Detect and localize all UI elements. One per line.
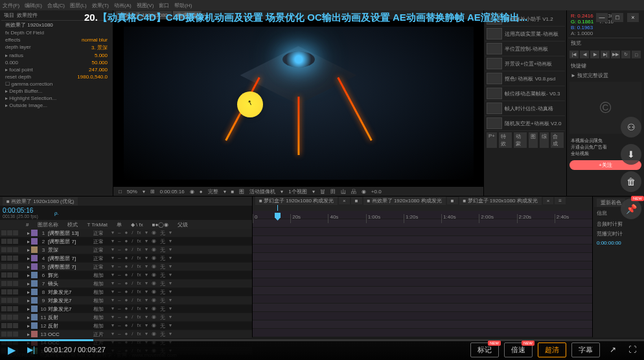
delete-button[interactable]: 🗑 <box>621 171 641 192</box>
window-close-button[interactable]: × <box>627 13 639 22</box>
layer-row[interactable]: ▸8对象发光7相加▾–●/fx▾◉无▾ <box>0 288 252 296</box>
progress-bar[interactable] <box>0 339 644 341</box>
viewport-control[interactable]: 图 <box>239 188 244 195</box>
transport-button[interactable]: ◀ <box>580 51 589 58</box>
viewport-control[interactable]: 完整 <box>208 188 218 195</box>
transport-button[interactable]: ↻ <box>621 51 630 58</box>
transport-button[interactable]: ▶| <box>601 51 610 58</box>
library-item[interactable]: 运用高级实景菜-动画板 <box>485 27 565 42</box>
track-row[interactable] <box>253 261 592 270</box>
property-row[interactable]: effectsnormal blur <box>1 36 111 43</box>
layer-row[interactable]: ▸4[调整图层 7]正常▾–●/fx▾◉无▾ <box>0 254 252 263</box>
layer-row[interactable]: ▸3景深正常▾–●/fx▾◉无▾ <box>0 246 252 254</box>
property-row[interactable]: ☐ gamma correction <box>1 80 111 88</box>
property-row[interactable]: reset depth1980.0,540.0 <box>1 73 111 80</box>
layer-row[interactable]: ▸2[调整图层 7]正常▾–●/fx▾◉无▾ <box>0 237 252 246</box>
track-row[interactable] <box>253 329 592 337</box>
property-row[interactable]: ▸ Highlight Selection... <box>1 95 111 102</box>
library-footer-btn[interactable]: P+ <box>487 132 497 148</box>
preview-settings[interactable]: ► 预览完整设置 <box>568 71 643 80</box>
transport-button[interactable]: ▶ <box>590 51 599 58</box>
player-chip-字幕[interactable]: 字幕 <box>571 342 600 357</box>
search-field[interactable]: ρ. <box>54 210 249 216</box>
library-item[interactable]: 随机灰空差+动画板 V2.0 <box>485 116 565 131</box>
property-row[interactable]: ▸ Depth Buffer... <box>1 88 111 95</box>
viewport-control[interactable]: ▾ <box>281 189 283 195</box>
library-item[interactable]: 帧位移动态菜帧板- V0.3 <box>485 86 565 101</box>
property-row[interactable]: ▸ Outside Image... <box>1 102 111 109</box>
layer-row[interactable]: ▸5[调整图层 7]正常▾–●/fx▾◉无▾ <box>0 263 252 271</box>
library-item[interactable]: 帧人时计估位-动真格 <box>485 101 565 116</box>
viewport-control[interactable]: □ <box>119 189 122 195</box>
library-item[interactable]: 抠色! 动画板 V0.8.psd <box>485 71 565 86</box>
fullscreen-button[interactable]: ⛶ <box>626 343 639 356</box>
menu-help[interactable]: 帮助(H) <box>174 2 192 9</box>
library-footer-btn[interactable]: 动蒙 <box>514 132 527 148</box>
layer-row[interactable]: ▸10对象发光7相加▾–●/fx▾◉无▾ <box>0 305 252 313</box>
track-row[interactable] <box>253 228 592 236</box>
menu-window[interactable]: 窗口 <box>159 2 169 9</box>
library-footer-btn[interactable]: 图 <box>529 132 538 148</box>
layer-row[interactable]: ▸7镜头相加▾–●/fx▾◉无▾ <box>0 280 252 288</box>
viewport-control[interactable]: 山 <box>341 188 346 195</box>
timeline-tracks[interactable]: ■ 梦幻盒子 1920x1080 构成发光×■■ 画效果了 1920x1080 … <box>253 197 592 337</box>
library-footer-btn[interactable]: 合成 <box>551 132 564 148</box>
menu-layer[interactable]: 图层(L) <box>70 2 87 9</box>
viewport-control[interactable]: ▾ <box>312 189 315 195</box>
timeline-tab[interactable]: ■ <box>351 197 362 204</box>
menu-comp[interactable]: 合成(C) <box>47 2 65 9</box>
player-chip-超清[interactable]: 超清 <box>538 342 566 357</box>
timeline-tab[interactable]: ■ 画效果了 1920x1080 (优化) <box>3 197 78 206</box>
track-row[interactable] <box>253 270 592 278</box>
track-row[interactable] <box>253 295 592 304</box>
menu-view[interactable]: 视图(V) <box>137 2 154 9</box>
layer-row[interactable]: ▸12反射相加▾–●/fx▾◉无▾ <box>0 322 252 330</box>
tab-effect-controls[interactable]: 效果控件 <box>17 12 38 20</box>
layer-row[interactable]: ▸11反射相加▾–●/fx▾◉无▾ <box>0 313 252 322</box>
timeline-tab[interactable]: ■ <box>447 197 458 204</box>
track-row[interactable] <box>253 287 592 295</box>
layer-row[interactable]: ▸13OCC正片▾–●/fx▾◉无▾ <box>0 330 252 339</box>
property-row[interactable]: 0.00050.000 <box>1 59 111 66</box>
menu-effect[interactable]: 效果(T) <box>92 2 109 9</box>
download-button[interactable]: ⬇ <box>621 144 641 165</box>
layer-row[interactable]: ▸6辉光相加▾–●/fx▾◉无▾ <box>0 271 252 280</box>
timeline-tab[interactable]: ≡ <box>555 197 566 204</box>
property-row[interactable]: depth layer3. 景深 <box>1 43 111 52</box>
viewport-control[interactable]: +0.0 <box>371 189 382 195</box>
player-chip-倍速[interactable]: 倍速NEW <box>504 342 533 357</box>
viewport-control[interactable]: ◉ <box>362 189 366 195</box>
transport-button[interactable]: □ <box>632 51 641 58</box>
viewport-control[interactable]: ● <box>200 189 203 195</box>
share-button[interactable]: ⚇ <box>621 117 641 138</box>
viewport-control[interactable]: ■ <box>231 189 235 195</box>
layer-row[interactable]: ▸1[调整图层 13]正常▾–●/fx▾◉无▾ <box>0 229 252 237</box>
viewport-control[interactable]: 品 <box>351 188 356 195</box>
time-ruler[interactable]: 020s40s1:00s1:20s1:40s2:00s2:20s2:40s <box>253 205 592 211</box>
window-min-button[interactable]: — <box>596 13 608 22</box>
timeline-tab[interactable]: ■ 画效果了 1920x1080 构成发光 <box>363 197 446 205</box>
timeline-tab[interactable]: × <box>543 197 554 204</box>
viewport-control[interactable]: ⊞ <box>150 189 155 195</box>
menu-anim[interactable]: 动画(A) <box>114 2 132 9</box>
pin-button[interactable]: 📌NEW <box>621 198 641 219</box>
player-chip-标记[interactable]: 标记NEW <box>470 342 499 357</box>
pip-button[interactable]: ↗ <box>606 343 619 356</box>
timeline-tab[interactable]: ■ 梦幻盒子 1920x1080 构成发光 <box>255 197 338 205</box>
library-item[interactable]: 半位置控制-动画板 <box>485 42 565 56</box>
library-footer-btn[interactable]: 综 <box>540 132 549 148</box>
layer-row[interactable]: ▸9对象发光7相加▾–●/fx▾◉无▾ <box>0 296 252 305</box>
track-row[interactable] <box>253 245 592 253</box>
transport-button[interactable]: |◀ <box>569 51 579 58</box>
next-button[interactable]: ▶| <box>25 343 38 356</box>
window-max-button[interactable]: □ <box>612 13 623 22</box>
track-row[interactable] <box>253 236 592 245</box>
preview-tab[interactable]: 预览 <box>568 38 643 48</box>
track-row[interactable] <box>253 312 592 320</box>
track-row[interactable] <box>253 253 592 261</box>
viewport-control[interactable]: 田 <box>330 188 336 195</box>
timeline-tab[interactable]: × <box>339 197 350 204</box>
viewport-control[interactable]: 活动摄像机 <box>249 188 275 195</box>
menu-edit[interactable]: 编辑(E) <box>25 2 42 9</box>
tab-project[interactable]: 项目 <box>4 12 14 20</box>
